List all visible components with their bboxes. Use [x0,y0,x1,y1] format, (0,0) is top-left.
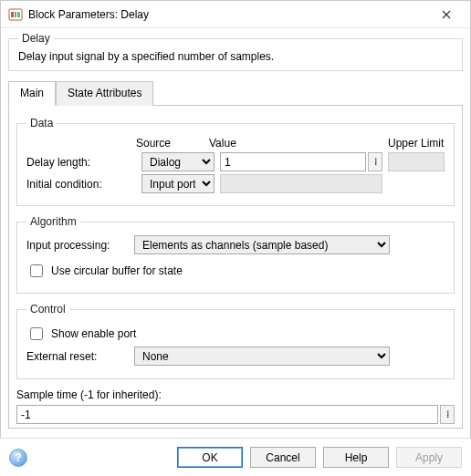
algorithm-group: Algorithm Input processing: Elements as … [16,215,455,294]
show-enable-port-label: Show enable port [51,327,136,340]
delay-length-value-input[interactable] [220,152,366,171]
col-header-value: Value [209,137,388,150]
input-processing-select[interactable]: Elements as channels (sample based) [134,235,390,254]
description-group: Delay Delay input signal by a specified … [8,32,463,71]
svg-rect-3 [17,12,20,17]
svg-rect-1 [11,12,14,17]
delay-length-upper-limit-input [388,152,445,171]
description-text: Delay input signal by a specified number… [18,50,453,63]
control-group: Control Show enable port External reset:… [16,303,455,379]
app-icon [8,7,23,22]
close-button[interactable] [428,2,465,27]
dialog-content: Delay Delay input signal by a specified … [1,28,470,429]
sample-time-input[interactable] [16,405,438,424]
input-processing-label: Input processing: [26,239,127,252]
circular-buffer-label: Use circular buffer for state [51,264,183,277]
svg-rect-2 [15,12,16,17]
initial-condition-label: Initial condition: [26,178,136,191]
sample-time-more-button[interactable]: ⁞ [440,405,455,424]
delay-length-more-button[interactable]: ⁞ [368,152,382,171]
initial-condition-source-select[interactable]: Input port [141,174,215,193]
sample-time-label: Sample time (-1 for inherited): [16,388,455,401]
help-icon[interactable]: ? [9,449,27,467]
external-reset-select[interactable]: None [134,347,390,366]
col-header-source: Source [136,137,209,150]
data-group: Data Source Value Upper Limit Delay leng… [16,117,455,206]
data-group-label: Data [26,117,57,129]
dialog-footer: ? OK Cancel Help Apply [0,438,471,476]
delay-length-source-select[interactable]: Dialog [141,152,215,171]
external-reset-label: External reset: [26,350,127,363]
tab-state-attributes[interactable]: State Attributes [56,81,153,106]
initial-condition-value-input [220,174,382,193]
delay-length-label: Delay length: [26,156,136,169]
help-button[interactable]: Help [323,447,389,468]
tabstrip: Main State Attributes [8,80,463,106]
control-group-label: Control [26,303,69,316]
description-group-label: Delay [18,32,54,45]
window-title: Block Parameters: Delay [28,8,428,21]
algorithm-group-label: Algorithm [26,215,80,228]
col-header-upper-limit: Upper Limit [388,137,445,150]
titlebar: Block Parameters: Delay [1,1,470,28]
tab-main-panel: Data Source Value Upper Limit Delay leng… [8,106,463,429]
apply-button: Apply [396,447,462,468]
show-enable-port-checkbox[interactable] [30,327,43,340]
tab-main[interactable]: Main [8,81,56,106]
cancel-button[interactable]: Cancel [250,447,316,468]
ok-button[interactable]: OK [177,447,243,468]
circular-buffer-checkbox[interactable] [30,264,43,277]
